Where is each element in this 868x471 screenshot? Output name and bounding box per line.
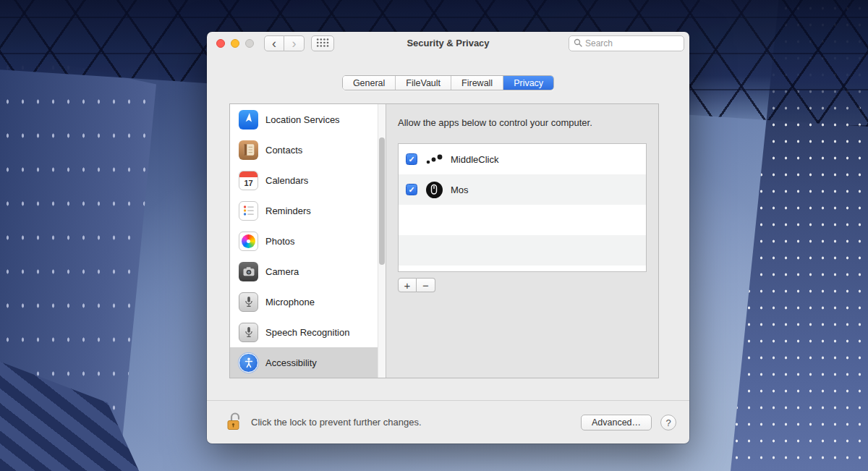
sidebar-item-label: Location Services: [265, 114, 340, 125]
traffic-lights: [216, 39, 254, 48]
sidebar-item-label: Microphone: [265, 297, 315, 307]
sidebar-scrollbar-thumb[interactable]: [379, 137, 385, 265]
back-button[interactable]: ‹: [264, 35, 284, 51]
app-name: MiddleClick: [451, 154, 498, 165]
app-row-mos[interactable]: Mos: [399, 174, 646, 205]
close-button[interactable]: [216, 39, 225, 48]
search-input[interactable]: [585, 38, 679, 48]
microphone-icon: [239, 292, 258, 312]
show-all-button[interactable]: [311, 35, 334, 51]
sidebar-item-reminders[interactable]: Reminders: [230, 195, 386, 226]
contacts-icon: [239, 140, 258, 160]
allowed-apps-list: MiddleClick Mos: [398, 143, 647, 272]
search-field[interactable]: [569, 35, 684, 51]
accessibility-icon: [239, 353, 258, 373]
zoom-button[interactable]: [245, 39, 254, 48]
calendar-icon: 17: [239, 171, 258, 190]
search-icon: [574, 38, 582, 49]
tab-privacy[interactable]: Privacy: [503, 76, 553, 90]
minimize-button[interactable]: [231, 39, 239, 48]
mos-icon: [425, 180, 443, 199]
accessibility-panel: Allow the apps below to control your com…: [386, 104, 658, 378]
photos-icon: [239, 232, 258, 251]
add-remove-controls: + −: [398, 278, 647, 292]
sidebar-item-label: Reminders: [265, 205, 311, 216]
app-name: Mos: [451, 184, 469, 195]
middleclick-icon: [425, 150, 443, 169]
tab-general[interactable]: General: [343, 76, 396, 90]
empty-row: [399, 266, 646, 272]
mos-icon-circle: [426, 182, 443, 198]
advanced-button[interactable]: Advanced…: [581, 415, 652, 430]
help-button[interactable]: ?: [660, 415, 676, 430]
window-footer: Click the lock to prevent further change…: [207, 400, 689, 444]
sidebar-item-calendars[interactable]: 17 Calendars: [230, 165, 386, 195]
calendar-icon-day: 17: [244, 177, 252, 190]
sidebar-item-label: Accessibility: [265, 357, 317, 368]
sidebar-item-camera[interactable]: Camera: [230, 256, 386, 287]
sidebar-item-label: Contacts: [265, 145, 302, 156]
location-services-icon: [239, 110, 258, 130]
sidebar-item-contacts[interactable]: Contacts: [230, 135, 386, 165]
sidebar-item-speech-recognition[interactable]: Speech Recognition: [230, 317, 386, 347]
sidebar-item-microphone[interactable]: Microphone: [230, 287, 386, 317]
empty-row: [399, 205, 646, 235]
tab-filevault[interactable]: FileVault: [396, 76, 451, 90]
panel-description: Allow the apps below to control your com…: [398, 117, 647, 128]
privacy-sidebar: Location Services Contacts: [230, 104, 386, 378]
lock-hint-text: Click the lock to prevent further change…: [251, 417, 422, 428]
tab-firewall[interactable]: Firewall: [451, 76, 503, 90]
titlebar: ‹ › Security & Privacy: [207, 32, 689, 55]
grid-icon: [316, 38, 329, 50]
sidebar-item-location-services[interactable]: Location Services: [230, 104, 386, 135]
sidebar-item-accessibility[interactable]: Accessibility: [230, 347, 386, 378]
sidebar-item-photos[interactable]: Photos: [230, 226, 386, 256]
forward-button[interactable]: ›: [284, 35, 305, 51]
add-app-button[interactable]: +: [398, 278, 417, 292]
sidebar-item-label: Calendars: [265, 175, 308, 186]
tab-bar: General FileVault Firewall Privacy: [207, 75, 689, 90]
empty-row: [399, 235, 646, 266]
calendar-icon-header: [239, 171, 258, 177]
unlocked-padlock-icon[interactable]: [226, 411, 242, 433]
photos-pinwheel: [242, 234, 255, 248]
privacy-content: Location Services Contacts: [229, 103, 659, 378]
remove-app-button[interactable]: −: [417, 278, 435, 292]
app-row-middleclick[interactable]: MiddleClick: [399, 144, 646, 174]
camera-icon: [239, 262, 258, 281]
sidebar-scrollbar[interactable]: [378, 104, 386, 378]
tab-segmented-control: General FileVault Firewall Privacy: [342, 75, 554, 90]
sidebar-item-label: Photos: [265, 236, 294, 247]
speech-recognition-icon: [239, 323, 258, 342]
app-checkbox-mos[interactable]: [406, 184, 417, 195]
security-privacy-window: ‹ › Security & Privacy: [207, 32, 689, 444]
app-checkbox-middleclick[interactable]: [406, 153, 417, 165]
reminders-icon: [239, 201, 258, 221]
nav-buttons: ‹ ›: [264, 35, 305, 51]
sidebar-item-label: Camera: [265, 266, 299, 277]
sidebar-item-label: Speech Recognition: [265, 327, 349, 338]
